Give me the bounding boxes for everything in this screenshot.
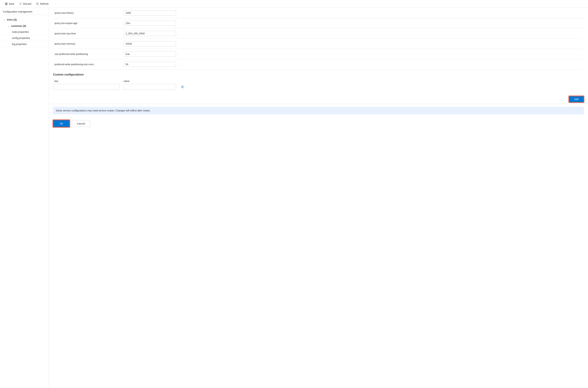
config-key-0: query.max-history — [53, 12, 119, 14]
config-value-3 — [124, 41, 584, 46]
custom-config-title: Custom configurations — [53, 73, 584, 76]
tree-leaf-node[interactable]: log.properties — [0, 41, 49, 47]
discard-icon — [19, 2, 22, 5]
discard-button[interactable]: Discard — [17, 1, 33, 6]
child-chevron-icon: ⌄ — [7, 24, 10, 27]
config-value-1 — [124, 21, 584, 26]
config-row: query.max-cpu-time — [53, 28, 584, 39]
config-row: query.max-memory — [53, 39, 584, 49]
tree-section: ⌄ trino (3) ⌄ common (3) node.properties… — [0, 15, 49, 49]
custom-config-row — [53, 84, 584, 90]
refresh-button[interactable]: Refresh — [34, 1, 51, 6]
value-column-label: value — [124, 80, 584, 82]
tree-leaf-node[interactable]: config.properties — [0, 35, 49, 41]
tree-root-label: trino (3) — [7, 18, 17, 21]
config-key-3: query.max-memory — [53, 42, 119, 45]
tree-child-label: common (3) — [11, 24, 26, 27]
right-panel: query.max-history query.min-expire-age q… — [49, 8, 588, 388]
cancel-button[interactable]: Cancel — [72, 120, 90, 127]
panel-title: Configuration management — [0, 8, 49, 15]
custom-config-section: Custom configurations key value — [49, 70, 588, 95]
custom-config-header: key value — [53, 80, 584, 82]
config-value-0 — [124, 10, 584, 16]
config-key-5: preferred-write-partitioning-min-num... — [53, 63, 119, 66]
add-button[interactable]: Add — [569, 96, 584, 102]
config-row: use-preferred-write-partitioning — [53, 49, 584, 59]
svg-rect-1 — [6, 3, 7, 3]
config-input-1[interactable] — [124, 21, 176, 26]
svg-rect-3 — [6, 4, 6, 4]
tree-root-item[interactable]: ⌄ trino (3) — [0, 16, 49, 23]
bottom-actions: Ok Cancel — [49, 117, 588, 130]
refresh-label: Refresh — [40, 2, 49, 5]
svg-rect-4 — [181, 86, 184, 86]
refresh-icon — [36, 2, 39, 5]
config-input-2[interactable] — [124, 31, 176, 36]
delete-row-button[interactable] — [180, 85, 185, 89]
custom-value-input[interactable] — [124, 84, 176, 90]
ok-button[interactable]: Ok — [53, 120, 70, 127]
config-table: query.max-history query.min-expire-age q… — [49, 8, 588, 70]
main-layout: Configuration management ⌄ trino (3) ⌄ c… — [0, 8, 588, 388]
tree-child-item[interactable]: ⌄ common (3) — [0, 23, 49, 29]
toolbar: Save Discard Refresh — [0, 0, 588, 8]
save-icon — [5, 2, 8, 5]
leaf-label-0: node.properties — [12, 30, 29, 33]
config-input-5[interactable] — [124, 62, 176, 67]
save-button[interactable]: Save — [3, 1, 16, 6]
leaf-label-2: log.properties — [12, 43, 27, 46]
config-value-2 — [124, 31, 584, 36]
custom-key-input[interactable] — [53, 84, 119, 90]
add-btn-row: Add — [49, 95, 588, 104]
root-chevron-icon: ⌄ — [3, 18, 6, 21]
config-key-2: query.max-cpu-time — [53, 32, 119, 35]
config-row: query.min-expire-age — [53, 18, 584, 28]
config-input-4[interactable] — [124, 51, 176, 57]
config-row: query.max-history — [53, 8, 584, 18]
info-banner: Some service configurations may need ser… — [53, 107, 584, 114]
svg-rect-5 — [182, 86, 183, 86]
config-input-3[interactable] — [124, 41, 176, 46]
config-row: preferred-write-partitioning-min-num... — [53, 59, 584, 70]
config-key-1: query.min-expire-age — [53, 22, 119, 24]
tree-leaf-node[interactable]: node.properties — [0, 29, 49, 35]
config-key-4: use-preferred-write-partitioning — [53, 53, 119, 55]
config-input-0[interactable] — [124, 10, 176, 16]
save-label: Save — [9, 2, 14, 5]
left-panel: Configuration management ⌄ trino (3) ⌄ c… — [0, 8, 49, 388]
leaf-label-1: config.properties — [12, 37, 30, 39]
key-column-label: key — [53, 80, 119, 82]
discard-label: Discard — [23, 2, 31, 5]
config-value-4 — [124, 51, 584, 57]
config-value-5 — [124, 62, 584, 67]
